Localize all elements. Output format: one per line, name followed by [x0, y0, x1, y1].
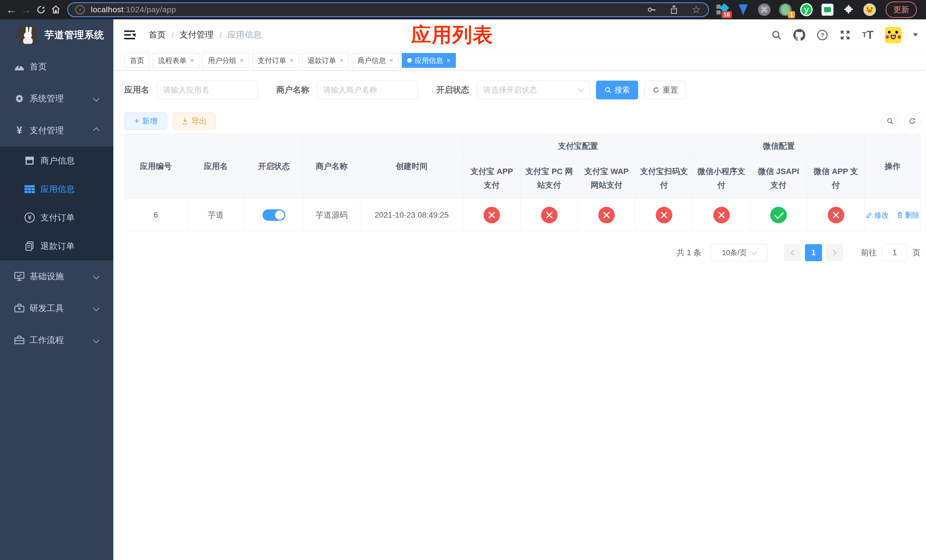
col-header-alipay-app: 支付宝 APP 支付	[463, 158, 520, 198]
tab-app-info[interactable]: 应用信息×	[402, 53, 456, 68]
total-count: 共 1 条	[676, 247, 701, 258]
password-key-icon[interactable]	[647, 5, 656, 15]
sidebar-item-dev-tools[interactable]: 研发工具	[0, 292, 113, 324]
app-shell: 芋道管理系统 首页 系统管理 ¥ 支付管理 商户信息	[0, 20, 926, 560]
pay-status-icon	[541, 207, 558, 223]
extension-emoji-icon[interactable]	[863, 3, 876, 16]
extensions-puzzle-icon[interactable]	[842, 3, 855, 16]
close-icon[interactable]: ×	[339, 57, 343, 64]
address-bar[interactable]: i localhost:1024/pay/app ☆	[67, 2, 709, 17]
sidebar-item-workflow[interactable]: 工作流程	[0, 324, 113, 356]
prev-page-button[interactable]	[784, 244, 801, 261]
briefcase-icon	[11, 336, 27, 345]
active-dot-icon	[407, 58, 412, 63]
merchant-name-field[interactable]	[317, 80, 418, 100]
extension-command-icon[interactable]: ⌘	[758, 3, 770, 16]
app-name-label: 应用名	[124, 84, 149, 96]
page-annotation-title: 应用列表	[411, 22, 493, 48]
svg-text:?: ?	[820, 31, 824, 38]
close-icon[interactable]: ×	[389, 57, 393, 64]
close-icon[interactable]: ×	[240, 57, 244, 64]
extension-blocks-icon[interactable]: 10	[716, 3, 728, 16]
help-icon[interactable]: ?	[817, 29, 828, 41]
reset-button[interactable]: 重置	[645, 80, 686, 100]
col-group-wechat: 微信配置	[693, 134, 865, 158]
font-size-icon[interactable]: TT	[862, 29, 874, 41]
close-icon[interactable]: ×	[290, 57, 294, 64]
app-name-field[interactable]	[157, 80, 258, 100]
extension-kite-icon[interactable]	[737, 3, 749, 16]
tab-process-form[interactable]: 流程表单×	[153, 53, 199, 68]
close-icon[interactable]: ×	[446, 57, 451, 64]
delete-link[interactable]: 删除	[896, 210, 920, 220]
extension-chat-icon[interactable]	[821, 3, 834, 16]
topbar-actions: ? TT	[771, 27, 918, 43]
col-header-id: 应用编号	[125, 134, 187, 198]
next-page-button[interactable]	[826, 244, 843, 261]
extension-recorder-icon[interactable]: 1	[779, 3, 791, 16]
goto-page-input[interactable]	[882, 244, 908, 261]
page-size-select[interactable]: 10条/页	[710, 244, 767, 261]
tab-home[interactable]: 首页	[124, 53, 150, 68]
dashboard-icon	[11, 62, 27, 71]
github-icon[interactable]	[793, 29, 805, 41]
breadcrumb-current: 应用信息	[227, 29, 262, 41]
sidebar-item-merchant-info[interactable]: 商户信息	[0, 147, 113, 175]
chrome-update-button[interactable]: 更新	[885, 2, 917, 18]
export-button[interactable]: 导出	[173, 112, 216, 130]
sidebar-item-refund-orders[interactable]: 退款订单	[0, 232, 113, 260]
tags-view-bar: 首页 流程表单× 用户分组× 支付订单× 退款订单× 商户信息× 应用信息×	[113, 51, 926, 70]
refresh-button[interactable]	[904, 113, 921, 129]
hide-search-button[interactable]	[882, 113, 899, 129]
user-avatar[interactable]	[885, 27, 902, 43]
breadcrumb-parent[interactable]: 支付管理	[179, 29, 213, 41]
edit-link[interactable]: 修改	[865, 210, 889, 220]
browser-back-icon[interactable]: ←	[4, 2, 19, 17]
url-text[interactable]: localhost:1024/pay/app	[91, 5, 176, 14]
logo-row[interactable]: 芋道管理系统	[0, 20, 113, 51]
breadcrumb-home[interactable]: 首页	[149, 29, 166, 41]
bookmark-star-icon[interactable]: ☆	[691, 4, 701, 16]
pay-status-icon	[828, 207, 844, 223]
payment-submenu: 商户信息 应用信息 ¥ 支付订单 退款订单	[0, 147, 113, 260]
status-toggle[interactable]	[263, 209, 285, 221]
tab-user-group[interactable]: 用户分组×	[203, 53, 249, 68]
site-info-icon[interactable]: i	[76, 5, 85, 14]
app-name-input[interactable]	[163, 86, 251, 95]
col-header-merchant: 商户名称	[303, 134, 360, 198]
browser-home-icon[interactable]	[48, 2, 63, 17]
collapse-sidebar-icon[interactable]	[124, 30, 137, 40]
search-button[interactable]: 搜索	[596, 80, 638, 100]
user-menu-caret-icon[interactable]	[913, 33, 918, 36]
sidebar: 芋道管理系统 首页 系统管理 ¥ 支付管理 商户信息	[0, 20, 113, 560]
table-row: 6 芋道 芋道源码 2021-10-23 08:49:25	[125, 198, 921, 232]
page-number-button[interactable]: 1	[805, 244, 822, 261]
pagination: 共 1 条 10条/页 1 前往 页	[124, 244, 921, 261]
extension-yudao-icon[interactable]: y	[800, 3, 813, 16]
status-select[interactable]: 请选择开启状态	[477, 80, 590, 100]
tab-refund-orders[interactable]: 退款订单×	[302, 53, 349, 68]
add-button[interactable]: +新增	[124, 112, 167, 130]
close-icon[interactable]: ×	[190, 57, 194, 64]
browser-toolbar: ← → i localhost:1024/pay/app ☆ 10 ⌘ 1 y	[0, 0, 926, 20]
search-icon[interactable]	[771, 30, 782, 41]
sidebar-item-payment[interactable]: ¥ 支付管理	[0, 115, 113, 147]
merchant-name-input[interactable]	[323, 86, 412, 95]
sidebar-item-infrastructure[interactable]: 基础设施	[0, 260, 113, 292]
page-unit-label: 页	[912, 247, 921, 258]
share-icon[interactable]	[669, 5, 679, 15]
sidebar-item-home[interactable]: 首页	[0, 51, 113, 83]
tab-pay-orders[interactable]: 支付订单×	[252, 53, 299, 68]
tab-merchant-info[interactable]: 商户信息×	[352, 53, 399, 68]
col-group-alipay: 支付宝配置	[463, 134, 693, 158]
fullscreen-icon[interactable]	[840, 29, 851, 41]
sidebar-item-system[interactable]: 系统管理	[0, 83, 113, 115]
browser-forward-icon[interactable]: →	[19, 2, 33, 17]
browser-reload-icon[interactable]	[33, 2, 48, 17]
sidebar-item-app-info[interactable]: 应用信息	[0, 175, 113, 203]
col-header-created: 创建时间	[360, 134, 463, 198]
browser-menu-icon[interactable]: ⋮	[923, 5, 926, 15]
sidebar-item-pay-orders[interactable]: ¥ 支付订单	[0, 203, 113, 232]
col-header-wechat-jsapi: 微信 JSAPI 支付	[750, 158, 807, 198]
col-header-wechat-app: 微信 APP 支付	[807, 158, 865, 198]
